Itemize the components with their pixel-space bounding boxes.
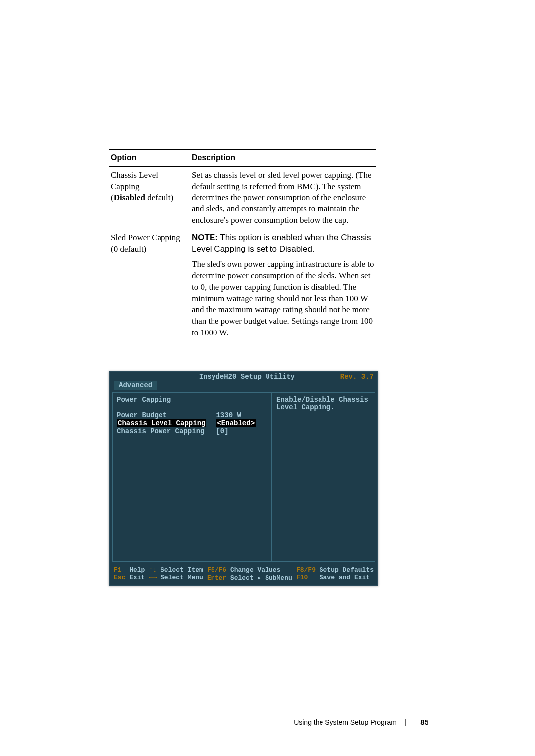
f5f6-key: F5/F6 [207, 566, 226, 574]
option-default-bold: Disabled [114, 193, 145, 202]
defaults-hint: Setup Defaults [320, 566, 374, 574]
bios-help-text: Level Capping. [276, 403, 371, 411]
select-item-hint: Select Item [160, 566, 203, 574]
table-row: Sled Power Capping (0 default) NOTE: Thi… [109, 229, 376, 346]
option-cell: Sled Power Capping (0 default) [109, 229, 190, 346]
bios-tab-row: Advanced [110, 381, 377, 392]
help-hint: Help [129, 566, 145, 574]
bios-items: Power Budget Chassis Level Capping Chass… [117, 411, 268, 435]
note-body: This option is enabled when the Chassis … [192, 233, 371, 253]
bios-values-col: 1330 W <Enabled> [0] [216, 411, 256, 435]
description-text: The sled's own power capping infrastruct… [192, 259, 374, 339]
f1-key: F1 [114, 566, 122, 574]
option-sub: (0 default) [111, 244, 146, 253]
description-cell: Set as chassis level or sled level power… [190, 166, 376, 229]
submenu-hint: Select ▸ SubMenu [230, 574, 292, 582]
bios-item-label[interactable]: Chassis Power Capping [117, 427, 206, 435]
bios-help-text: Enable/Disable Chassis [276, 396, 371, 403]
bios-item-label[interactable]: Chassis Level Capping [117, 419, 206, 427]
page-footer: Using the System Setup Program | 85 [0, 718, 535, 726]
change-values-hint: Change Values [230, 566, 280, 574]
bios-labels-col: Power Budget Chassis Level Capping Chass… [117, 411, 206, 435]
footer-separator: | [405, 718, 407, 726]
bios-footer: F1 Help Esc Exit ↑↓ Select Item ←→ Selec… [110, 564, 377, 585]
option-default-tail: default) [145, 193, 173, 202]
updown-key: ↑↓ [149, 566, 157, 574]
bios-revision: Rev. 3.7 [340, 373, 374, 381]
bios-titlebar: InsydeH20 Setup Utility Rev. 3.7 [110, 372, 377, 381]
bios-footer-col: F5/F6 Change Values Enter Select ▸ SubMe… [207, 566, 292, 582]
bios-item-value: 1330 W [216, 411, 256, 419]
option-name: Chassis Level Capping [111, 170, 158, 191]
table-header-option: Option [109, 149, 190, 166]
bios-title: InsydeH20 Setup Utility [154, 373, 340, 381]
description-cell: NOTE: This option is enabled when the Ch… [190, 229, 376, 346]
footer-section: Using the System Setup Program [294, 718, 397, 726]
option-name: Sled Power Capping [111, 233, 180, 242]
select-menu-hint: Select Menu [160, 574, 203, 581]
bios-item-value[interactable]: <Enabled> [216, 419, 256, 427]
options-table: Option Description Chassis Level Capping… [109, 149, 376, 346]
bios-footer-col: F8/F9 Setup Defaults F10 Save and Exit [296, 566, 374, 582]
leftright-key: ←→ [149, 574, 157, 581]
f8f9-key: F8/F9 [296, 566, 316, 574]
bios-section-heading: Power Capping [117, 396, 268, 403]
bios-left-pane: Power Capping Power Budget Chassis Level… [112, 392, 271, 562]
bios-selected-item: Chassis Level Capping [117, 419, 206, 427]
bios-item-label[interactable]: Power Budget [117, 411, 206, 419]
esc-key: Esc [114, 574, 125, 581]
bios-footer-col: F1 Help Esc Exit [114, 566, 145, 582]
footer-page-number: 85 [420, 718, 428, 726]
tab-advanced[interactable]: Advanced [114, 381, 157, 390]
bios-item-value[interactable]: [0] [216, 427, 256, 435]
note-line: NOTE: This option is enabled when the Ch… [192, 232, 374, 255]
bios-screenshot: InsydeH20 Setup Utility Rev. 3.7 Advance… [109, 371, 378, 586]
table-header-description: Description [190, 149, 376, 166]
save-exit-hint: Save and Exit [320, 574, 370, 581]
f10-key: F10 [296, 574, 308, 581]
bios-footer-col: ↑↓ Select Item ←→ Select Menu [149, 566, 203, 582]
table-row: Chassis Level Capping (Disabled default)… [109, 166, 376, 229]
bios-help-pane: Enable/Disable Chassis Level Capping. [271, 392, 375, 562]
note-prefix: NOTE: [192, 233, 218, 242]
enter-key: Enter [207, 574, 226, 582]
page: Option Description Chassis Level Capping… [0, 0, 535, 756]
bios-selected-value: <Enabled> [216, 419, 256, 427]
exit-hint: Exit [129, 574, 145, 581]
bios-body: Power Capping Power Budget Chassis Level… [112, 392, 375, 562]
option-cell: Chassis Level Capping (Disabled default) [109, 166, 190, 229]
